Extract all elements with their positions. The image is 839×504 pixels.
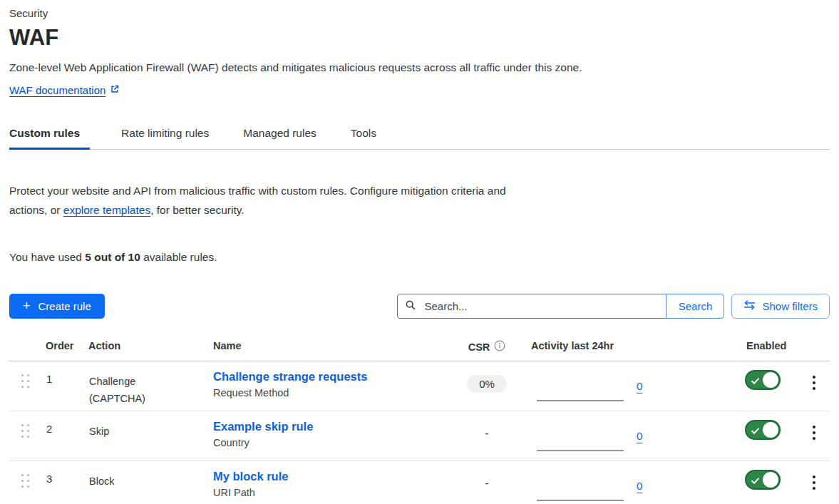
activity-count-link[interactable]: 0	[637, 480, 642, 492]
usage-count: 5 out of 10	[85, 251, 140, 263]
enabled-cell	[724, 361, 798, 411]
rule-row-3: 3 Block My block rule URI Path - 0	[9, 461, 830, 504]
custom-rules-intro: Protect your website and API from malici…	[9, 181, 540, 220]
tab-rate-limiting-rules[interactable]: Rate limiting rules	[121, 120, 212, 149]
csr-cell: -	[451, 411, 523, 461]
tab-tools[interactable]: Tools	[351, 120, 379, 149]
rule-criteria: Country	[213, 437, 451, 448]
rule-action-line1: Challenge	[89, 373, 209, 390]
search-area: Search Show filters	[397, 294, 830, 319]
enabled-toggle[interactable]	[745, 470, 781, 490]
rule-name-cell: Example skip rule Country	[209, 411, 451, 461]
waf-documentation-link[interactable]: WAF documentation	[9, 84, 120, 96]
header-activity: Activity last 24hr	[523, 340, 724, 354]
activity-count-link[interactable]: 0	[637, 380, 642, 392]
activity-cell: 0	[523, 461, 724, 504]
checkmark-icon	[751, 475, 760, 488]
row-menu-cell	[798, 461, 830, 504]
rule-name-cell: Challenge strange requests Request Metho…	[209, 361, 451, 411]
rule-criteria: URI Path	[213, 487, 451, 498]
enabled-toggle[interactable]	[745, 420, 781, 440]
header-enabled: Enabled	[724, 340, 798, 354]
page-title: WAF	[9, 25, 830, 51]
rule-order: 2	[41, 411, 83, 461]
usage-prefix: You have used	[9, 251, 85, 263]
table-header-row: Order Action Name CSR Activity last 24hr…	[9, 340, 830, 361]
toggle-knob	[763, 372, 778, 388]
usage-suffix: available rules.	[140, 251, 217, 263]
waf-documentation-label: WAF documentation	[9, 84, 105, 96]
header-csr: CSR	[451, 340, 523, 354]
rule-action: Challenge (CAPTCHA)	[83, 361, 209, 411]
rules-toolbar: + Create rule Search	[9, 294, 830, 319]
create-rule-button[interactable]: + Create rule	[9, 294, 105, 319]
rule-order: 3	[41, 461, 83, 504]
page-description: Zone-level Web Application Firewall (WAF…	[9, 61, 830, 74]
rule-action: Skip	[83, 411, 209, 461]
plus-icon: +	[23, 299, 31, 312]
csr-value: -	[485, 425, 488, 440]
csr-cell: 0%	[451, 361, 523, 411]
drag-handle-icon[interactable]	[9, 361, 41, 411]
row-menu-cell	[798, 411, 830, 461]
csr-badge: 0%	[467, 375, 507, 393]
activity-count-link[interactable]: 0	[637, 430, 642, 442]
info-icon[interactable]	[494, 340, 505, 354]
swap-arrows-icon	[743, 300, 756, 312]
waf-page: Security WAF Zone-level Web Application …	[0, 0, 839, 504]
search-input[interactable]	[423, 299, 659, 313]
csr-cell: -	[451, 461, 523, 504]
rule-action-line2: (CAPTCHA)	[89, 390, 209, 407]
create-rule-label: Create rule	[38, 300, 91, 312]
drag-handle-icon[interactable]	[9, 411, 41, 461]
rule-name-link[interactable]: Example skip rule	[213, 420, 313, 433]
header-name: Name	[209, 340, 451, 354]
kebab-menu-icon[interactable]	[808, 424, 820, 461]
activity-sparkline	[537, 500, 624, 501]
rule-name-cell: My block rule URI Path	[209, 461, 451, 504]
breadcrumb-security: Security	[9, 6, 830, 21]
toggle-knob	[763, 422, 778, 438]
activity-cell: 0	[523, 411, 724, 461]
show-filters-label: Show filters	[762, 300, 818, 312]
checkmark-icon	[751, 426, 760, 438]
custom-rules-table: Order Action Name CSR Activity last 24hr…	[9, 340, 830, 504]
kebab-menu-icon[interactable]	[808, 374, 820, 411]
explore-templates-link[interactable]: explore templates	[63, 204, 150, 216]
waf-tab-bar: Custom rules Rate limiting rules Managed…	[9, 120, 830, 150]
kebab-menu-icon[interactable]	[808, 474, 820, 504]
external-link-icon	[110, 84, 120, 96]
header-order: Order	[41, 340, 83, 354]
search-button[interactable]: Search	[666, 294, 724, 319]
rule-name-link[interactable]: My block rule	[213, 470, 288, 483]
activity-cell: 0	[523, 361, 724, 411]
checkmark-icon	[751, 376, 760, 389]
tab-custom-rules[interactable]: Custom rules	[9, 120, 90, 149]
rule-action-line1: Block	[89, 473, 209, 490]
rule-action-line1: Skip	[89, 423, 209, 440]
rule-row-1: 1 Challenge (CAPTCHA) Challenge strange …	[9, 361, 830, 411]
rule-row-2: 2 Skip Example skip rule Country - 0	[9, 411, 830, 461]
show-filters-button[interactable]: Show filters	[731, 294, 830, 319]
activity-sparkline	[537, 400, 624, 401]
rule-action: Block	[83, 461, 209, 504]
drag-handle-icon[interactable]	[9, 461, 41, 504]
header-action: Action	[83, 340, 209, 354]
enabled-cell	[724, 411, 798, 461]
intro-text-after: , for better security.	[150, 204, 245, 216]
enabled-toggle[interactable]	[745, 370, 781, 390]
toggle-knob	[763, 472, 778, 488]
rules-usage-summary: You have used 5 out of 10 available rule…	[9, 251, 830, 264]
search-box	[397, 294, 666, 319]
enabled-cell	[724, 461, 798, 504]
csr-value: -	[485, 475, 488, 490]
activity-sparkline	[537, 450, 624, 451]
row-menu-cell	[798, 361, 830, 411]
tab-managed-rules[interactable]: Managed rules	[243, 120, 319, 149]
rule-order: 1	[41, 361, 83, 411]
rule-criteria: Request Method	[213, 387, 451, 398]
rule-name-link[interactable]: Challenge strange requests	[213, 370, 367, 384]
search-icon	[405, 299, 416, 314]
header-csr-label: CSR	[468, 341, 490, 353]
